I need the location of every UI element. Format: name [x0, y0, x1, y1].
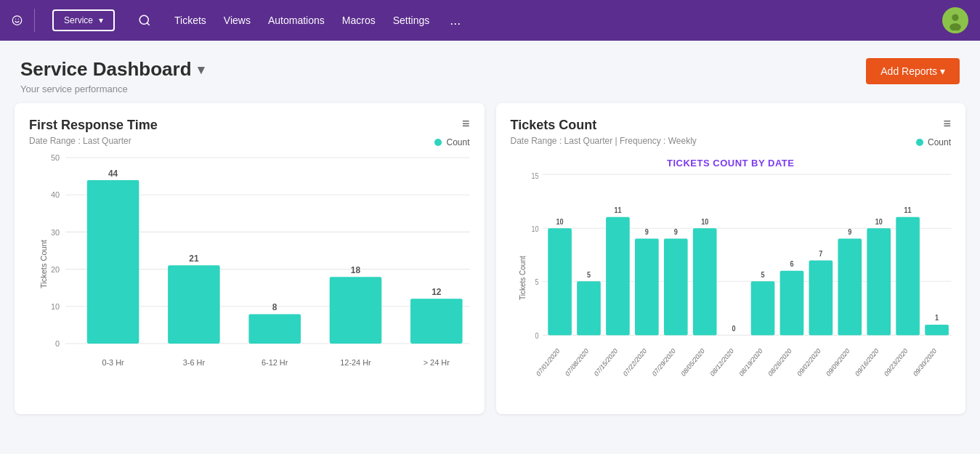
nav-automations[interactable]: Automations: [268, 15, 325, 26]
tickets-count-chart: Tickets Count Date Range : Last Quarter …: [496, 103, 966, 414]
svg-text:6: 6: [790, 259, 793, 268]
svg-point-3: [139, 15, 148, 24]
svg-rect-52: [635, 239, 659, 336]
svg-text:10: 10: [556, 217, 563, 226]
yaxis-label: Tickets Count: [39, 259, 48, 288]
page-header: Service Dashboard ▾ Your service perform…: [0, 41, 980, 103]
svg-text:09/09/2020: 09/09/2020: [825, 346, 850, 378]
svg-text:07/29/2020: 07/29/2020: [651, 346, 676, 378]
svg-rect-64: [750, 281, 774, 335]
tc-yaxis-label: Tickets Count: [518, 274, 526, 300]
first-response-menu-button[interactable]: ≡: [462, 116, 470, 131]
svg-rect-46: [577, 281, 601, 335]
svg-text:09/02/2020: 09/02/2020: [795, 346, 821, 378]
nav-macros[interactable]: Macros: [342, 15, 376, 26]
service-label: Service: [64, 15, 93, 25]
svg-text:12-24 Hr: 12-24 Hr: [340, 358, 371, 367]
chevron-down-icon: ▾: [99, 15, 103, 25]
svg-text:21: 21: [189, 254, 198, 264]
page-title-group: Service Dashboard ▾ Your service perform…: [20, 58, 204, 94]
svg-text:08/12/2020: 08/12/2020: [709, 346, 734, 378]
svg-text:1: 1: [935, 314, 939, 323]
tickets-count-title: Tickets Count: [511, 118, 697, 133]
svg-text:10: 10: [701, 217, 708, 226]
svg-text:0: 0: [535, 331, 538, 340]
main-nav: Tickets Views Automations Macros Setting…: [174, 13, 461, 28]
svg-text:8: 8: [272, 302, 278, 312]
service-dropdown[interactable]: Service ▾: [52, 9, 115, 31]
svg-text:11: 11: [614, 206, 621, 214]
svg-rect-67: [779, 271, 803, 336]
svg-text:20: 20: [51, 265, 60, 274]
svg-text:9: 9: [644, 227, 648, 236]
svg-text:07/01/2020: 07/01/2020: [535, 346, 560, 378]
svg-text:6-12 Hr: 6-12 Hr: [262, 358, 288, 367]
more-menu-button[interactable]: ...: [450, 13, 461, 28]
svg-rect-29: [330, 277, 382, 344]
tickets-count-menu-button[interactable]: ≡: [943, 116, 951, 131]
svg-text:08/26/2020: 08/26/2020: [767, 346, 793, 378]
svg-rect-82: [925, 325, 949, 335]
svg-text:3-6 Hr: 3-6 Hr: [183, 358, 206, 367]
title-chevron-icon[interactable]: ▾: [198, 62, 204, 78]
svg-text:10: 10: [51, 302, 60, 311]
legend-dot: [434, 139, 442, 146]
tickets-count-chart-title: TICKETS COUNT BY DATE: [511, 158, 952, 169]
first-response-title: First Response Time: [29, 118, 158, 133]
app-logo[interactable]: [12, 9, 35, 32]
first-response-legend: Count: [434, 137, 469, 147]
svg-text:7: 7: [819, 249, 822, 258]
svg-text:12: 12: [432, 286, 441, 296]
add-reports-button[interactable]: Add Reports ▾: [866, 58, 960, 84]
svg-text:0: 0: [732, 324, 735, 333]
top-navigation: Service ▾ Tickets Views Automations Macr…: [0, 0, 980, 41]
svg-text:5: 5: [761, 270, 764, 279]
search-button[interactable]: [138, 14, 151, 27]
svg-text:50: 50: [51, 153, 60, 162]
svg-text:11: 11: [904, 206, 911, 214]
tickets-count-date-range: Date Range : Last Quarter | Frequency : …: [511, 136, 697, 146]
nav-settings[interactable]: Settings: [393, 15, 430, 26]
svg-text:5: 5: [586, 270, 590, 279]
svg-text:9: 9: [673, 227, 677, 236]
legend-dot-tc: [916, 139, 923, 146]
tickets-count-legend: Count: [916, 137, 951, 147]
svg-rect-73: [838, 239, 862, 336]
svg-text:07/22/2020: 07/22/2020: [622, 346, 647, 378]
svg-line-4: [147, 23, 150, 25]
svg-text:18: 18: [351, 265, 360, 275]
nav-views[interactable]: Views: [224, 15, 251, 26]
svg-text:07/08/2020: 07/08/2020: [564, 346, 589, 378]
nav-tickets[interactable]: Tickets: [174, 15, 206, 26]
user-avatar[interactable]: [942, 7, 968, 33]
svg-text:0: 0: [55, 339, 60, 348]
svg-text:09/23/2020: 09/23/2020: [883, 346, 908, 378]
first-response-date-range: Date Range : Last Quarter: [29, 136, 158, 146]
charts-area: First Response Time Date Range : Last Qu…: [0, 103, 980, 429]
first-response-chart: First Response Time Date Range : Last Qu…: [15, 103, 485, 414]
svg-text:> 24 Hr: > 24 Hr: [424, 358, 450, 367]
svg-text:08/19/2020: 08/19/2020: [738, 346, 764, 378]
svg-rect-20: [87, 180, 139, 344]
svg-rect-55: [663, 239, 687, 336]
svg-rect-43: [548, 228, 572, 335]
svg-text:07/15/2020: 07/15/2020: [593, 346, 618, 378]
svg-text:9: 9: [848, 227, 851, 236]
svg-text:30: 30: [51, 227, 60, 236]
svg-rect-23: [168, 265, 220, 344]
svg-point-0: [12, 16, 22, 25]
svg-text:09/30/2020: 09/30/2020: [912, 346, 937, 378]
svg-rect-58: [692, 228, 716, 335]
svg-text:0-3 Hr: 0-3 Hr: [102, 358, 124, 367]
svg-text:5: 5: [535, 277, 538, 286]
svg-rect-70: [809, 260, 833, 335]
svg-rect-26: [248, 314, 301, 344]
svg-rect-32: [410, 299, 463, 344]
svg-rect-49: [606, 217, 630, 336]
svg-rect-76: [867, 228, 891, 335]
svg-point-6: [952, 14, 958, 20]
svg-text:10: 10: [875, 217, 882, 226]
svg-text:44: 44: [108, 168, 118, 178]
svg-text:15: 15: [531, 171, 538, 180]
svg-text:10: 10: [531, 224, 538, 233]
